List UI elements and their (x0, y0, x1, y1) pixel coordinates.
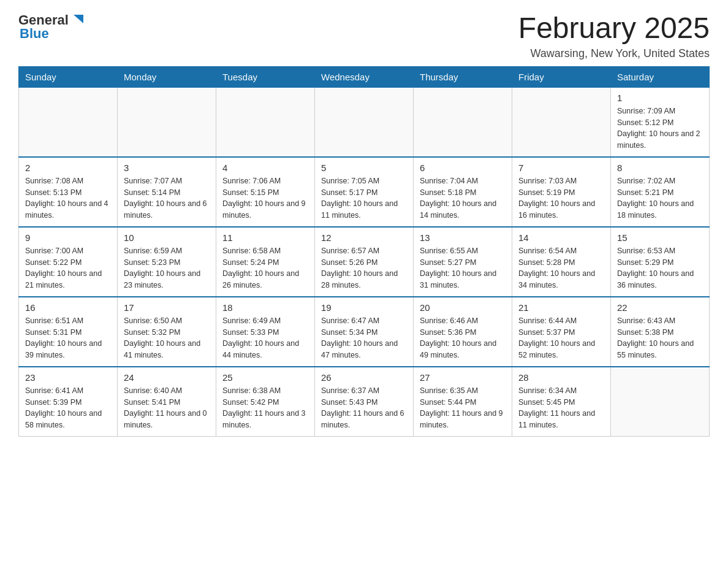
header-friday: Friday (512, 66, 611, 87)
calendar-week-row: 2Sunrise: 7:08 AMSunset: 5:13 PMDaylight… (19, 157, 710, 227)
day-number: 21 (518, 302, 604, 313)
day-info: Sunrise: 6:49 AMSunset: 5:33 PMDaylight:… (222, 315, 308, 361)
day-info: Sunrise: 7:08 AMSunset: 5:13 PMDaylight:… (25, 175, 111, 221)
table-row (414, 87, 512, 157)
table-row: 28Sunrise: 6:34 AMSunset: 5:45 PMDayligh… (512, 367, 611, 437)
table-row (118, 87, 216, 157)
table-row: 6Sunrise: 7:04 AMSunset: 5:18 PMDaylight… (414, 157, 512, 227)
table-row: 25Sunrise: 6:38 AMSunset: 5:42 PMDayligh… (216, 367, 315, 437)
calendar-week-row: 9Sunrise: 7:00 AMSunset: 5:22 PMDaylight… (19, 227, 710, 297)
table-row: 23Sunrise: 6:41 AMSunset: 5:39 PMDayligh… (19, 367, 118, 437)
day-number: 6 (420, 163, 506, 173)
day-info: Sunrise: 6:38 AMSunset: 5:42 PMDaylight:… (222, 385, 308, 431)
table-row: 3Sunrise: 7:07 AMSunset: 5:14 PMDaylight… (118, 157, 216, 227)
day-number: 28 (518, 372, 604, 383)
day-info: Sunrise: 6:58 AMSunset: 5:24 PMDaylight:… (222, 245, 308, 291)
day-info: Sunrise: 7:00 AMSunset: 5:22 PMDaylight:… (25, 245, 111, 291)
day-info: Sunrise: 6:43 AMSunset: 5:38 PMDaylight:… (617, 315, 703, 361)
day-info: Sunrise: 6:41 AMSunset: 5:39 PMDaylight:… (25, 385, 111, 431)
day-number: 3 (124, 163, 210, 173)
day-info: Sunrise: 6:40 AMSunset: 5:41 PMDaylight:… (124, 385, 210, 431)
day-number: 7 (518, 163, 604, 173)
day-number: 1 (617, 93, 703, 103)
day-number: 19 (321, 302, 407, 313)
header-tuesday: Tuesday (216, 66, 315, 87)
header-wednesday: Wednesday (315, 66, 414, 87)
calendar-week-row: 23Sunrise: 6:41 AMSunset: 5:39 PMDayligh… (19, 367, 710, 437)
table-row (315, 87, 414, 157)
table-row: 24Sunrise: 6:40 AMSunset: 5:41 PMDayligh… (118, 367, 216, 437)
calendar-week-row: 16Sunrise: 6:51 AMSunset: 5:31 PMDayligh… (19, 297, 710, 367)
day-number: 13 (420, 232, 506, 243)
day-info: Sunrise: 6:35 AMSunset: 5:44 PMDaylight:… (420, 385, 506, 431)
page-header: General Blue February 2025 Wawarsing, Ne… (18, 12, 710, 60)
day-number: 24 (124, 372, 210, 383)
table-row: 18Sunrise: 6:49 AMSunset: 5:33 PMDayligh… (216, 297, 315, 367)
calendar-subtitle: Wawarsing, New York, United States (518, 47, 710, 60)
header-saturday: Saturday (611, 66, 710, 87)
day-number: 23 (25, 372, 111, 383)
day-number: 14 (518, 232, 604, 243)
logo-arrow-icon (70, 11, 87, 28)
calendar-table: Sunday Monday Tuesday Wednesday Thursday… (18, 66, 710, 437)
table-row: 21Sunrise: 6:44 AMSunset: 5:37 PMDayligh… (512, 297, 611, 367)
header-sunday: Sunday (19, 66, 118, 87)
day-info: Sunrise: 6:55 AMSunset: 5:27 PMDaylight:… (420, 245, 506, 291)
day-number: 5 (321, 163, 407, 173)
table-row: 7Sunrise: 7:03 AMSunset: 5:19 PMDaylight… (512, 157, 611, 227)
day-info: Sunrise: 7:07 AMSunset: 5:14 PMDaylight:… (124, 175, 210, 221)
day-info: Sunrise: 6:50 AMSunset: 5:32 PMDaylight:… (124, 315, 210, 361)
day-info: Sunrise: 6:47 AMSunset: 5:34 PMDaylight:… (321, 315, 407, 361)
table-row (512, 87, 611, 157)
table-row: 1Sunrise: 7:09 AMSunset: 5:12 PMDaylight… (611, 87, 710, 157)
day-number: 18 (222, 302, 308, 313)
table-row: 19Sunrise: 6:47 AMSunset: 5:34 PMDayligh… (315, 297, 414, 367)
table-row: 9Sunrise: 7:00 AMSunset: 5:22 PMDaylight… (19, 227, 118, 297)
day-number: 20 (420, 302, 506, 313)
title-section: February 2025 Wawarsing, New York, Unite… (518, 12, 710, 60)
logo-blue-text: Blue (20, 26, 49, 42)
day-info: Sunrise: 6:59 AMSunset: 5:23 PMDaylight:… (124, 245, 210, 291)
weekday-header-row: Sunday Monday Tuesday Wednesday Thursday… (19, 66, 710, 87)
table-row: 11Sunrise: 6:58 AMSunset: 5:24 PMDayligh… (216, 227, 315, 297)
table-row: 5Sunrise: 7:05 AMSunset: 5:17 PMDaylight… (315, 157, 414, 227)
header-thursday: Thursday (414, 66, 512, 87)
day-number: 11 (222, 232, 308, 243)
table-row: 22Sunrise: 6:43 AMSunset: 5:38 PMDayligh… (611, 297, 710, 367)
svg-marker-0 (74, 15, 83, 23)
table-row: 2Sunrise: 7:08 AMSunset: 5:13 PMDaylight… (19, 157, 118, 227)
day-info: Sunrise: 7:03 AMSunset: 5:19 PMDaylight:… (518, 175, 604, 221)
table-row: 15Sunrise: 6:53 AMSunset: 5:29 PMDayligh… (611, 227, 710, 297)
day-number: 10 (124, 232, 210, 243)
logo: General Blue (18, 12, 87, 42)
table-row: 17Sunrise: 6:50 AMSunset: 5:32 PMDayligh… (118, 297, 216, 367)
day-info: Sunrise: 6:57 AMSunset: 5:26 PMDaylight:… (321, 245, 407, 291)
day-info: Sunrise: 7:05 AMSunset: 5:17 PMDaylight:… (321, 175, 407, 221)
calendar-title: February 2025 (518, 12, 710, 45)
day-number: 12 (321, 232, 407, 243)
day-number: 15 (617, 232, 703, 243)
table-row: 26Sunrise: 6:37 AMSunset: 5:43 PMDayligh… (315, 367, 414, 437)
day-info: Sunrise: 6:37 AMSunset: 5:43 PMDaylight:… (321, 385, 407, 431)
day-info: Sunrise: 6:34 AMSunset: 5:45 PMDaylight:… (518, 385, 604, 431)
table-row (611, 367, 710, 437)
day-number: 9 (25, 232, 111, 243)
table-row: 16Sunrise: 6:51 AMSunset: 5:31 PMDayligh… (19, 297, 118, 367)
day-number: 2 (25, 163, 111, 173)
day-number: 27 (420, 372, 506, 383)
day-info: Sunrise: 6:51 AMSunset: 5:31 PMDaylight:… (25, 315, 111, 361)
table-row: 27Sunrise: 6:35 AMSunset: 5:44 PMDayligh… (414, 367, 512, 437)
day-info: Sunrise: 6:53 AMSunset: 5:29 PMDaylight:… (617, 245, 703, 291)
day-number: 16 (25, 302, 111, 313)
table-row (216, 87, 315, 157)
day-number: 17 (124, 302, 210, 313)
table-row: 10Sunrise: 6:59 AMSunset: 5:23 PMDayligh… (118, 227, 216, 297)
header-monday: Monday (118, 66, 216, 87)
table-row: 8Sunrise: 7:02 AMSunset: 5:21 PMDaylight… (611, 157, 710, 227)
day-info: Sunrise: 6:46 AMSunset: 5:36 PMDaylight:… (420, 315, 506, 361)
day-info: Sunrise: 6:44 AMSunset: 5:37 PMDaylight:… (518, 315, 604, 361)
table-row (19, 87, 118, 157)
table-row: 20Sunrise: 6:46 AMSunset: 5:36 PMDayligh… (414, 297, 512, 367)
day-info: Sunrise: 7:09 AMSunset: 5:12 PMDaylight:… (617, 105, 703, 151)
table-row: 14Sunrise: 6:54 AMSunset: 5:28 PMDayligh… (512, 227, 611, 297)
